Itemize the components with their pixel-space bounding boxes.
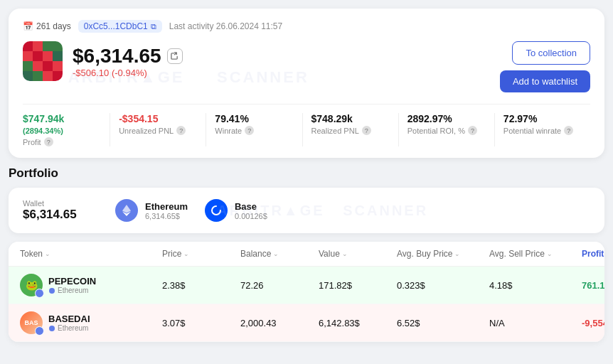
wallet-avatar [23, 41, 63, 81]
th-price[interactable]: Price ⌄ [162, 249, 240, 259]
table-header: Token ⌄ Price ⌄ Balance ⌄ Value ⌄ Avg. B… [9, 242, 604, 267]
th-profit[interactable]: Profit ⌄ [582, 249, 604, 259]
pepecoin-chain: Ethereum [48, 287, 96, 294]
basedai-profit: -9,554.17$ [582, 318, 604, 328]
days-count: 261 days [36, 21, 71, 31]
pepecoin-profit: 761.14k$ [582, 280, 604, 291]
pepecoin-price: 2.38$ [162, 280, 240, 291]
pepecoin-value: 171.82$ [319, 280, 397, 291]
basedai-balance: 2,000.43 [240, 318, 319, 328]
table-section: Token ⌄ Price ⌄ Balance ⌄ Value ⌄ Avg. B… [9, 242, 604, 342]
stat-potential-winrate-label: Potential winrate ? [503, 126, 582, 135]
stat-profit: $747.94k (2894.34%) Profit ? [23, 113, 110, 146]
roi-info-icon[interactable]: ? [468, 126, 477, 135]
stat-roi-value: 2892.97% [407, 113, 486, 124]
stat-profit-value: $747.94k (2894.34%) [23, 113, 101, 136]
portfolio-card: Wallet $6,314.65 Ethereum 6,314.65$ [9, 188, 604, 233]
basedai-info: BASEDAI Ethereum [48, 314, 90, 332]
copy-icon[interactable]: ⧉ [151, 22, 156, 31]
unrealized-info-icon[interactable]: ? [176, 126, 186, 135]
wallet-total-value: $6,314.65 [23, 208, 94, 222]
wallet-info: $6,314.65 -$506.10 (-0.94%) [23, 41, 183, 81]
price-sort-arrow: ⌄ [183, 250, 189, 257]
value-sort-arrow: ⌄ [342, 250, 348, 257]
th-value[interactable]: Value ⌄ [319, 249, 397, 259]
th-avg-buy[interactable]: Avg. Buy Price ⌄ [397, 249, 489, 259]
base-value: 0.00126$ [235, 212, 267, 220]
top-bar: 📅 261 days 0xCc5...1CDbC1 ⧉ Last activit… [23, 20, 590, 33]
pepecoin-avg-buy: 0.323$ [397, 280, 489, 291]
pepecoin-chain-badge [35, 289, 44, 298]
chain-ethereum: Ethereum 6,314.65$ [115, 199, 188, 222]
balance-sort-arrow: ⌄ [273, 250, 279, 257]
pepecoin-avg-sell: 4.18$ [489, 280, 582, 291]
collection-button[interactable]: To collection [512, 41, 590, 65]
base-chain-info: Base 0.00126$ [235, 201, 267, 220]
wallet-card: 📅 261 days 0xCc5...1CDbC1 ⧉ Last activit… [9, 9, 604, 158]
potential-winrate-info-icon[interactable]: ? [564, 126, 573, 135]
th-balance[interactable]: Balance ⌄ [240, 249, 319, 259]
ethereum-value: 6,314.65$ [145, 212, 188, 220]
pepecoin-avatar: 🐸 [20, 274, 43, 296]
last-activity: Last activity 26.06.2024 11:57 [169, 21, 282, 31]
ethereum-chain-icon [115, 199, 138, 222]
stat-unrealized-label: Unrealized PNL ? [119, 126, 197, 135]
profit-info-icon[interactable]: ? [44, 137, 53, 146]
wallet-total-label: Wallet [23, 199, 94, 208]
stat-realized: $748.29k Realized PNL ? [303, 113, 399, 146]
wallet-main: $6,314.65 -$506.10 (-0.94%) [73, 45, 183, 78]
table-row: 🐸 PEPECOIN Ethereum 2.38$ 72.26 171.82$ … [9, 267, 604, 304]
portfolio-title: Portfolio [9, 166, 604, 181]
winrate-info-icon[interactable]: ? [245, 126, 254, 135]
th-avg-sell[interactable]: Avg. Sell Price ⌄ [489, 249, 582, 259]
avg-buy-sort-arrow: ⌄ [454, 250, 460, 257]
chain-items: Ethereum 6,314.65$ Base 0.00126$ [115, 199, 267, 222]
pepecoin-info: PEPECOIN Ethereum [48, 276, 96, 294]
chain-base: Base 0.00126$ [205, 199, 267, 222]
days-badge: 📅 261 days [23, 21, 71, 31]
basedai-avg-buy: 6.52$ [397, 318, 489, 328]
ethereum-name: Ethereum [145, 201, 188, 212]
share-icon[interactable] [167, 48, 183, 64]
stat-potential-winrate: 72.97% Potential winrate ? [495, 113, 590, 146]
wallet-value: $6,314.65 [73, 45, 183, 68]
th-token[interactable]: Token ⌄ [20, 249, 162, 259]
stats-row: $747.94k (2894.34%) Profit ? -$354.15 Un… [23, 104, 590, 146]
stat-unrealized-value: -$354.15 [119, 113, 197, 124]
header-row: $6,314.65 -$506.10 (-0.94%) To collectio… [23, 41, 590, 92]
stat-winrate-label: Winrate ? [215, 126, 293, 135]
token-table: Token ⌄ Price ⌄ Balance ⌄ Value ⌄ Avg. B… [9, 242, 604, 342]
base-chain-icon [205, 199, 228, 222]
basedai-chain: Ethereum [48, 324, 90, 332]
realized-info-icon[interactable]: ? [362, 126, 371, 135]
stat-realized-label: Realized PNL ? [311, 126, 390, 135]
svg-point-2 [49, 326, 55, 331]
stat-unrealized: -$354.15 Unrealized PNL ? [110, 113, 206, 146]
svg-point-1 [49, 288, 55, 294]
pepecoin-name: PEPECOIN [48, 276, 96, 287]
address-badge[interactable]: 0xCc5...1CDbC1 ⧉ [78, 20, 162, 33]
avg-sell-sort-arrow: ⌄ [547, 250, 553, 257]
calendar-icon: 📅 [23, 21, 33, 31]
token-sort-arrow: ⌄ [45, 250, 50, 257]
basedai-price: 3.07$ [162, 318, 240, 328]
table-row: BAS BASEDAI Ethereum 3.07$ 2,000.43 6,14… [9, 304, 604, 342]
basedai-avg-sell: N/A [489, 318, 582, 328]
wallet-total: Wallet $6,314.65 [23, 199, 94, 222]
basedai-name: BASEDAI [48, 314, 90, 324]
stat-winrate-value: 79.41% [215, 113, 293, 124]
watchlist-button[interactable]: Add to watchlist [500, 70, 590, 92]
stat-profit-label: Profit ? [23, 137, 101, 146]
stat-roi-label: Potential ROI, % ? [407, 126, 486, 135]
stat-roi: 2892.97% Potential ROI, % ? [399, 113, 495, 146]
base-name: Base [235, 201, 267, 212]
ethereum-chain-info: Ethereum 6,314.65$ [145, 201, 188, 220]
stat-potential-winrate-value: 72.97% [503, 113, 582, 124]
basedai-chain-badge [35, 326, 44, 336]
basedai-avatar: BAS [20, 311, 43, 334]
stat-realized-value: $748.29k [311, 113, 390, 124]
action-buttons: To collection Add to watchlist [500, 41, 590, 92]
pepecoin-balance: 72.26 [240, 280, 319, 291]
token-cell-basedai: BAS BASEDAI Ethereum [20, 311, 162, 334]
address-text: 0xCc5...1CDbC1 [84, 21, 148, 31]
